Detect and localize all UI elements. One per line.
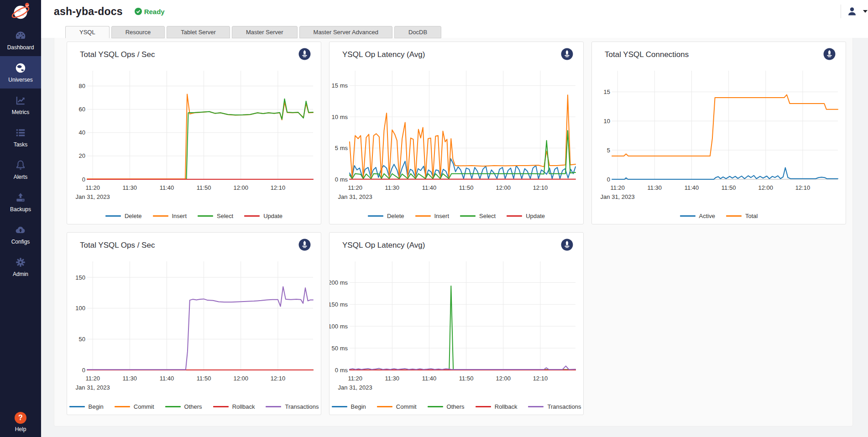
svg-text:11:50: 11:50 bbox=[459, 184, 474, 191]
prometheus-icon[interactable] bbox=[823, 48, 836, 60]
chart-legend: DeleteInsertSelectUpdate bbox=[67, 213, 321, 219]
legend-label: Rollback bbox=[495, 403, 518, 410]
svg-text:0: 0 bbox=[82, 367, 85, 374]
legend-label: Begin bbox=[351, 403, 366, 410]
svg-text:200 ms: 200 ms bbox=[329, 279, 348, 286]
status-label: Ready bbox=[144, 8, 165, 16]
chart-card-total-ysql-ops-transactions: Total YSQL Ops / Sec 05010015011:20Jan 3… bbox=[67, 232, 321, 415]
sidebar-item-label: Dashboard bbox=[7, 44, 34, 51]
chart-legend: BeginCommitOthersRollbackTransactions bbox=[67, 403, 321, 410]
line-chart: 0 ms5 ms10 ms15 ms11:20Jan 31, 202311:30… bbox=[329, 68, 584, 204]
tab-master-server[interactable]: Master Server bbox=[232, 26, 298, 38]
legend-swatch bbox=[476, 406, 491, 407]
backup-upload-icon bbox=[15, 192, 26, 203]
svg-text:11:30: 11:30 bbox=[648, 184, 662, 191]
legend-label: Select bbox=[479, 213, 496, 219]
sidebar-item-admin[interactable]: Admin bbox=[0, 250, 41, 283]
svg-text:50 ms: 50 ms bbox=[332, 345, 348, 352]
legend-label: Total bbox=[745, 213, 758, 219]
svg-text:11:20: 11:20 bbox=[610, 184, 625, 191]
legend-label: Rollback bbox=[232, 403, 255, 410]
chart-cards-grid: Total YSQL Ops / Sec 02040608011:20Jan 3… bbox=[67, 42, 848, 415]
tab-resource[interactable]: Resource bbox=[111, 26, 165, 38]
svg-text:12:00: 12:00 bbox=[496, 375, 511, 382]
legend-label: Update bbox=[263, 213, 282, 219]
header: ash-yba-docs Ready bbox=[41, 0, 868, 23]
svg-text:0 ms: 0 ms bbox=[335, 176, 348, 183]
legend-swatch bbox=[507, 215, 522, 217]
user-profile-icon[interactable] bbox=[847, 6, 858, 17]
svg-text:Jan 31, 2023: Jan 31, 2023 bbox=[338, 193, 372, 200]
legend-swatch bbox=[680, 215, 695, 217]
svg-text:11:50: 11:50 bbox=[722, 184, 736, 191]
prometheus-icon[interactable] bbox=[298, 239, 311, 251]
legend-swatch bbox=[213, 406, 229, 407]
svg-text:11:40: 11:40 bbox=[422, 375, 437, 382]
gear-icon bbox=[15, 256, 26, 268]
chevron-down-icon[interactable] bbox=[863, 10, 868, 13]
tab-tablet-server[interactable]: Tablet Server bbox=[167, 26, 230, 38]
legend-swatch bbox=[428, 406, 443, 407]
sidebar-item-universes[interactable]: Universes bbox=[0, 56, 41, 88]
legend-item: Active bbox=[680, 213, 715, 219]
svg-text:0 ms: 0 ms bbox=[335, 367, 348, 374]
line-chart: 05010015011:20Jan 31, 202311:3011:4011:5… bbox=[67, 258, 322, 395]
prometheus-icon[interactable] bbox=[298, 48, 311, 60]
prometheus-icon[interactable] bbox=[561, 239, 573, 251]
svg-text:40: 40 bbox=[79, 129, 85, 136]
legend-item: Select bbox=[460, 213, 496, 219]
legend-item: Commit bbox=[377, 403, 417, 410]
svg-text:20: 20 bbox=[79, 152, 85, 159]
chart-title: Total YSQL Ops / Sec bbox=[80, 241, 155, 250]
page-title: ash-yba-docs bbox=[54, 5, 123, 18]
chart-title: YSQL Op Latency (Avg) bbox=[342, 50, 425, 59]
svg-text:80: 80 bbox=[79, 83, 85, 89]
sidebar-item-metrics[interactable]: Metrics bbox=[0, 88, 41, 121]
legend-item: Delete bbox=[368, 213, 404, 219]
cloud-upload-icon bbox=[15, 224, 26, 236]
svg-text:10 ms: 10 ms bbox=[332, 114, 348, 120]
legend-swatch bbox=[332, 406, 347, 407]
svg-text:0: 0 bbox=[82, 176, 85, 183]
tabs-strip: YSQL Resource Tablet Server Master Serve… bbox=[41, 23, 868, 38]
sidebar-item-label: Admin bbox=[13, 271, 28, 277]
header-right bbox=[841, 0, 868, 23]
svg-text:Jan 31, 2023: Jan 31, 2023 bbox=[601, 193, 635, 200]
sidebar-item-tasks[interactable]: Tasks bbox=[0, 121, 41, 153]
svg-text:100 ms: 100 ms bbox=[329, 323, 348, 330]
svg-text:5: 5 bbox=[607, 147, 610, 154]
sidebar-item-label: Metrics bbox=[12, 109, 30, 115]
legend-item: Others bbox=[428, 403, 465, 410]
legend-swatch bbox=[460, 215, 476, 217]
yugabyte-logo[interactable] bbox=[0, 0, 41, 24]
legend-label: Transactions bbox=[547, 403, 581, 410]
legend-label: Others bbox=[184, 403, 202, 410]
tab-docdb[interactable]: DocDB bbox=[394, 26, 441, 38]
legend-swatch bbox=[377, 406, 392, 407]
chart-legend: BeginCommitOthersRollbackTransactions bbox=[329, 403, 583, 410]
legend-item: Rollback bbox=[476, 403, 518, 410]
legend-item: Insert bbox=[153, 213, 187, 219]
sidebar-item-label: Tasks bbox=[14, 141, 28, 148]
svg-text:11:40: 11:40 bbox=[685, 184, 699, 191]
svg-text:11:30: 11:30 bbox=[385, 375, 400, 382]
legend-item: Delete bbox=[105, 213, 142, 219]
sidebar-item-configs[interactable]: Configs bbox=[0, 218, 41, 250]
sidebar-item-help[interactable]: ? Help bbox=[0, 412, 41, 432]
svg-text:11:40: 11:40 bbox=[160, 375, 174, 382]
svg-text:11:50: 11:50 bbox=[197, 184, 211, 191]
tab-ysql[interactable]: YSQL bbox=[65, 26, 110, 38]
svg-text:11:20: 11:20 bbox=[348, 375, 362, 382]
tab-master-server-advanced[interactable]: Master Server Advanced bbox=[299, 26, 392, 38]
prometheus-icon[interactable] bbox=[561, 48, 573, 60]
legend-label: Transactions bbox=[285, 403, 319, 410]
sidebar-item-backups[interactable]: Backups bbox=[0, 186, 41, 218]
chart-legend: DeleteInsertSelectUpdate bbox=[329, 213, 583, 219]
sidebar-item-alerts[interactable]: Alerts bbox=[0, 153, 41, 186]
legend-item: Update bbox=[244, 213, 282, 219]
legend-item: Others bbox=[165, 403, 202, 410]
sidebar-item-dashboard[interactable]: Dashboard bbox=[0, 24, 41, 56]
svg-text:12:00: 12:00 bbox=[758, 184, 773, 191]
svg-text:12:00: 12:00 bbox=[233, 184, 248, 191]
svg-text:12:10: 12:10 bbox=[271, 375, 286, 382]
